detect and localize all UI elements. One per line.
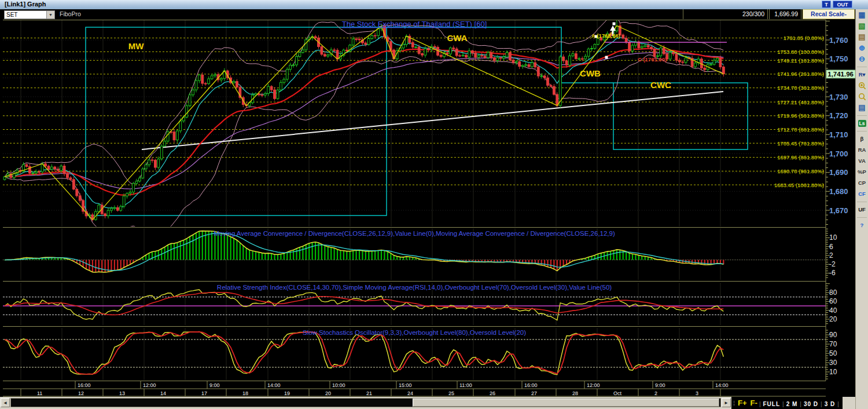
macd-bar [557,260,558,271]
t-button[interactable]: T [822,1,831,8]
macd-bar [268,253,269,260]
price-tick-label: 1,760 [829,36,848,45]
macd-bar [352,251,354,260]
candle-body [496,58,499,61]
report-table-icon[interactable]: ▦ [856,9,868,20]
candle-body [35,172,37,173]
percent-p-icon[interactable]: %P [856,166,868,177]
plot-background[interactable] [0,20,855,397]
candle-body [367,38,370,44]
range-separator: | [821,401,822,407]
candle-body [104,214,106,216]
swing-marker [613,23,616,25]
macd-bar [387,251,388,260]
candle-body [32,173,34,174]
candle-body [518,61,521,66]
candle-body [685,58,687,63]
hscroll-thumb[interactable] [413,399,719,407]
hour-label: 9:00 [655,382,665,388]
help-icon[interactable]: ? [856,220,868,231]
cf-icon[interactable]: CF [856,188,868,199]
candle-body [270,86,273,90]
ra-icon[interactable]: RA [856,144,868,155]
candle-body [151,160,153,160]
out-button[interactable]: OUT [833,1,852,8]
macd-bar [230,237,231,260]
range-button-3d[interactable]: 3 D [825,401,836,407]
chart-edit-icon[interactable]: ▧ [856,20,868,31]
macd-bar [368,251,369,260]
candle-body [323,54,326,56]
candle-body [3,177,6,180]
macd-bar [563,260,564,266]
hscroll-right-button[interactable]: ► [722,398,731,407]
candle-body [631,45,634,51]
r-indicator-menu-icon[interactable]: R▾ [856,69,868,80]
candle-body [155,160,157,167]
macd-bar [252,251,253,260]
macd-bar [167,245,168,260]
macd-bar [211,231,212,260]
candle-body [475,53,477,57]
recal-scale-button[interactable]: Recal Scale-Linear [803,9,855,19]
cp-icon[interactable]: CP [856,177,868,188]
zoom-in-circle-icon[interactable]: ⊕ [856,42,868,53]
print-icon[interactable]: ▤ [856,31,868,42]
fib-zoom-in-button[interactable]: F+ [738,399,747,407]
range-button-full[interactable]: FULL [763,401,781,407]
candle-body [145,165,147,169]
hscroll-left-button[interactable]: ◄ [1,398,10,407]
day-label: 18 [242,390,248,396]
uf-icon[interactable]: UF [856,204,868,215]
day-label: 19 [284,390,290,396]
macd-bar [328,247,329,260]
macd-bar [713,260,715,264]
macd-bar [704,260,705,265]
list-icon[interactable]: ▤ [856,102,868,113]
candle-body [506,53,508,57]
candle-body [116,207,119,210]
macd-bar [183,240,184,260]
day-label: 14 [160,390,166,396]
candle-body [578,59,580,59]
candle-body [173,132,175,140]
candle-body [418,47,420,53]
macd-bar [98,260,100,272]
macd-bar [264,253,266,260]
range-button-30d[interactable]: 30 D [804,401,818,407]
candle-body [468,51,470,57]
magnifier-plus-icon[interactable] [856,80,868,91]
wave-label-cwc: CWC [650,80,671,90]
candle-body [67,174,69,178]
macd-bar [242,246,244,260]
fib-zoom-out-button[interactable]: F- [751,399,757,407]
va-icon[interactable]: VA [856,155,868,166]
range-button-2m[interactable]: 2 M [786,401,798,407]
ls-badge-icon[interactable]: Ls [856,118,868,129]
chevron-down-icon[interactable]: ▼ [46,11,54,19]
side-toolbar: ▦▧▤⊕⊖R▾▤LsβRAVA%PCPCFUF? [855,9,868,409]
candle-body [440,55,442,56]
candle-body [164,141,166,147]
macd-bar [284,253,285,260]
candle-body [63,166,65,174]
macd-bar [359,250,360,260]
stoch-tick-label: 10 [829,368,837,376]
symbol-select[interactable]: SET ▼ [4,10,55,19]
macd-bar [170,243,171,260]
macd-bar [111,260,112,271]
candle-body [195,81,197,90]
zoom-out-circle-icon[interactable]: ⊖ [856,53,868,64]
macd-bar [694,260,696,264]
magnifier-icon[interactable] [856,91,868,102]
candle-body [258,94,260,95]
macd-bar [189,236,190,260]
chart-canvas[interactable]: 1761.05 (0.00%)1753.80 (100.00%)1749.21 … [0,20,855,397]
hscroll-track[interactable] [10,398,721,407]
candle-body [38,172,41,173]
beta-icon[interactable]: β [856,133,868,144]
fib-level-label: 1741.96 (261.80%) [777,71,824,77]
candle-body [314,36,317,38]
candle-body [402,45,404,48]
candle-body [471,51,473,53]
